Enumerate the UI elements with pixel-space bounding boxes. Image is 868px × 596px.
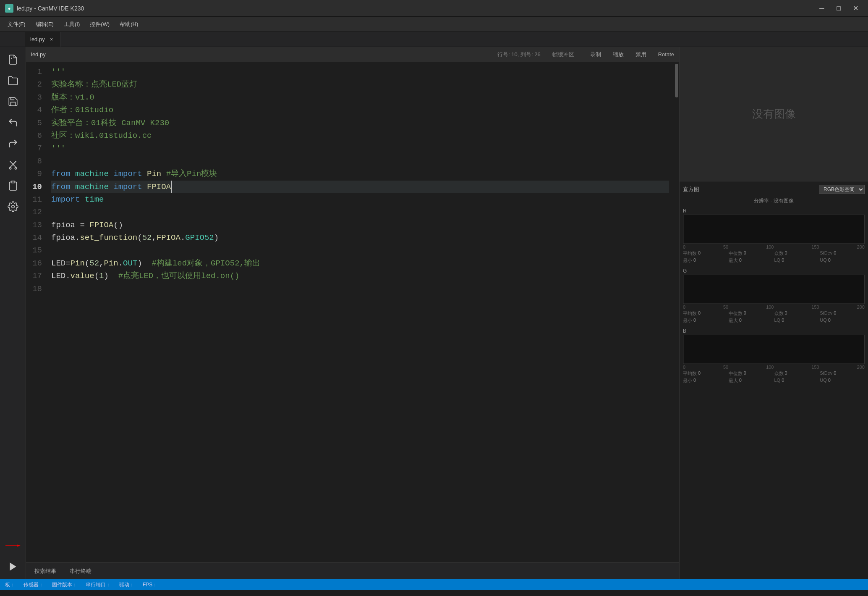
code-area[interactable]: ''' 实验名称：点亮LED蓝灯 版本：v1.0 作者：01Studio 实验平… <box>46 62 674 562</box>
code-line-15 <box>51 244 669 257</box>
minimize-button[interactable]: ─ <box>814 3 829 14</box>
main-layout: led.py 行号: 10, 列号: 26 帧缓冲区 录制 缩放 禁用 Rota… <box>0 47 868 579</box>
open-folder-button[interactable] <box>4 71 22 90</box>
title-bar-controls: ─ □ ✕ <box>814 3 863 14</box>
status-driver: 驱动： <box>119 581 134 588</box>
menu-bar: 文件(F) 编辑(E) 工具(I) 控件(W) 帮助(H) <box>0 17 868 32</box>
scroll-thumb[interactable] <box>675 64 678 97</box>
no-image-text: 没有图像 <box>752 107 796 121</box>
tab-label: led.py <box>30 36 45 42</box>
close-button[interactable]: ✕ <box>848 3 863 14</box>
channel-r-label: R <box>683 208 865 214</box>
status-bar: 板： 传感器： 固件版本： 串行端口： 驱动： FPS： <box>0 579 868 590</box>
code-line-14: fpioa. set_function ( 52 , FPIOA . GPIO5… <box>51 231 669 244</box>
code-line-7: ''' <box>51 142 669 155</box>
tab-serial-terminal[interactable]: 串行终端 <box>66 566 95 577</box>
channel-b-axis: 050100150200 <box>683 365 865 370</box>
code-line-13: fpioa = FPIOA () <box>51 219 669 231</box>
title-bar: ● led.py - CanMV IDE K230 ─ □ ✕ <box>0 0 868 17</box>
histogram-title: 直方图 <box>683 186 699 193</box>
paste-button[interactable] <box>4 176 22 195</box>
status-firmware: 固件版本： <box>52 581 77 588</box>
code-line-5: 实验平台：01科技 CanMV K230 <box>51 117 669 129</box>
svg-rect-6 <box>11 181 15 183</box>
channel-g-stats: 平均数0 中位数0 众数0 StDev0 最小0 最大0 LQ0 UQ0 <box>683 310 865 324</box>
channel-b-stats: 平均数0 中位数0 众数0 StDev0 最小0 最大0 LQ0 UQ0 <box>683 370 865 384</box>
channel-r-stats: 平均数0 中位数0 众数0 StDev0 最小0 最大0 LQ0 UQ0 <box>683 250 865 264</box>
svg-marker-10 <box>10 562 16 571</box>
editor-zoom-btn[interactable]: 缩放 <box>613 51 624 58</box>
channel-r-chart <box>683 215 865 244</box>
tab-close-icon[interactable]: × <box>48 36 55 43</box>
code-line-9: from machine import Pin #导入Pin模块 <box>51 168 669 180</box>
code-line-2: 实验名称：点亮LED蓝灯 <box>51 78 669 91</box>
play-button[interactable] <box>4 557 22 576</box>
histogram-area: 直方图 RGB色彩空间 分辨率 - 没有图像 R 050100150200 <box>680 181 868 579</box>
code-line-17: LED. value ( 1 ) #点亮LED，也可以使用led.on() <box>51 270 669 282</box>
editor-container: led.py 行号: 10, 列号: 26 帧缓冲区 录制 缩放 禁用 Rota… <box>26 47 679 579</box>
histogram-resolution: 分辨率 - 没有图像 <box>683 197 865 205</box>
tab-led-py[interactable]: led.py × <box>25 32 60 47</box>
code-line-16: LED= Pin ( 52 , Pin . OUT ) #构建led对象，GPI… <box>51 257 669 270</box>
svg-line-5 <box>13 161 16 165</box>
editor-position: 行号: 10, 列号: 26 <box>497 51 541 58</box>
code-line-1: ''' <box>51 66 669 78</box>
code-line-12 <box>51 206 669 218</box>
status-board: 板： <box>5 581 15 588</box>
status-sensor: 传感器： <box>24 581 44 588</box>
svg-rect-0 <box>11 58 12 59</box>
sidebar <box>0 47 26 579</box>
channel-g-block: G 050100150200 平均数0 中位数0 众数0 StDev0 最小0 <box>683 268 865 324</box>
redo-button[interactable] <box>4 134 22 153</box>
channel-g-axis: 050100150200 <box>683 305 865 310</box>
undo-button[interactable] <box>4 113 22 132</box>
editor-header: led.py 行号: 10, 列号: 26 帧缓冲区 录制 缩放 禁用 Rota… <box>26 47 679 62</box>
code-line-8 <box>51 155 669 168</box>
menu-help[interactable]: 帮助(H) <box>115 19 142 30</box>
menu-tools[interactable]: 工具(I) <box>60 19 84 30</box>
code-line-10: from machine import FPIOA ​ <box>51 181 669 193</box>
editor-filename: led.py <box>31 51 494 58</box>
menu-edit[interactable]: 编辑(E) <box>31 19 58 30</box>
preview-area: 没有图像 <box>680 47 868 181</box>
channel-g-label: G <box>683 268 865 274</box>
editor-buffer-label: 帧缓冲区 <box>552 51 574 58</box>
app-icon: ● <box>5 4 13 13</box>
tab-search-results[interactable]: 搜索结果 <box>31 566 60 577</box>
channel-g-chart <box>683 275 865 304</box>
histogram-header: 直方图 RGB色彩空间 <box>683 185 865 194</box>
channel-r-block: R 050100150200 平均数0 中位数0 众数0 StDev0 最小0 <box>683 208 865 264</box>
editor-disable-btn[interactable]: 禁用 <box>635 51 646 58</box>
new-file-button[interactable] <box>4 50 22 69</box>
status-serial: 串行端口： <box>86 581 111 588</box>
right-panel: 没有图像 直方图 RGB色彩空间 分辨率 - 没有图像 R <box>679 47 868 579</box>
tab-bar: led.py × <box>0 32 868 47</box>
svg-point-7 <box>11 205 14 208</box>
channel-b-block: B 050100150200 平均数0 中位数0 众数0 StDev0 最小0 <box>683 328 865 384</box>
bottom-panel: 搜索结果 串行终端 <box>26 562 679 579</box>
title-bar-text: led.py - CanMV IDE K230 <box>17 5 811 12</box>
vertical-scrollbar[interactable] <box>674 62 679 562</box>
save-button[interactable] <box>4 92 22 111</box>
line-numbers: 12345 6789 10 1112131415 161718 <box>26 62 46 562</box>
code-line-18 <box>51 283 669 295</box>
code-line-3: 版本：v1.0 <box>51 91 669 104</box>
status-fps: FPS： <box>143 581 157 588</box>
code-line-4: 作者：01Studio <box>51 104 669 116</box>
maximize-button[interactable]: □ <box>831 3 846 14</box>
channel-b-chart <box>683 335 865 364</box>
code-line-6: 社区：wiki.01studio.cc <box>51 129 669 142</box>
code-line-11: import time <box>51 193 669 206</box>
cut-button[interactable] <box>4 155 22 174</box>
channel-b-label: B <box>683 328 865 334</box>
channel-r-axis: 050100150200 <box>683 244 865 249</box>
run-arrow-button[interactable] <box>4 536 22 555</box>
editor-content: 12345 6789 10 1112131415 161718 ''' 实验名称… <box>26 62 679 562</box>
editor-rotate-btn[interactable]: Rotate <box>658 51 674 58</box>
settings-button[interactable] <box>4 197 22 216</box>
editor-record-btn[interactable]: 录制 <box>590 51 601 58</box>
menu-control[interactable]: 控件(W) <box>86 19 114 30</box>
svg-marker-9 <box>17 544 21 546</box>
menu-file[interactable]: 文件(F) <box>3 19 30 30</box>
color-space-select[interactable]: RGB色彩空间 <box>819 185 865 194</box>
